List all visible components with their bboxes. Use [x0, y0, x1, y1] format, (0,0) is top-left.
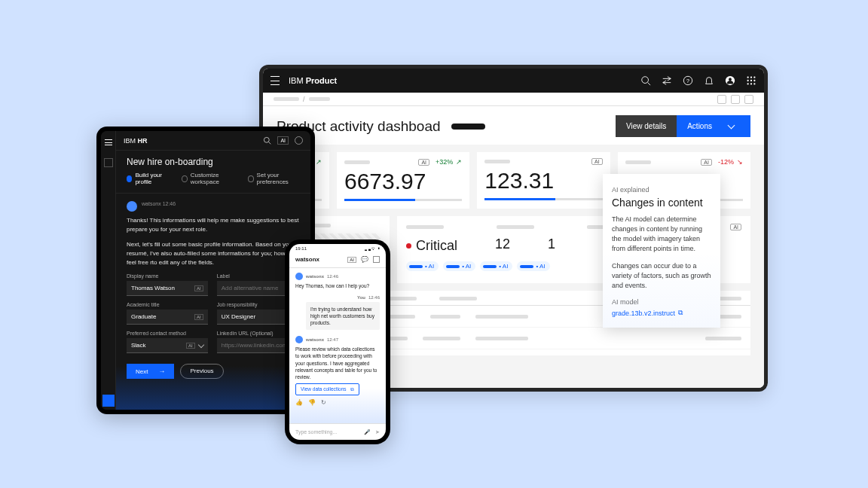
bot-meta: watsonx 12:46: [142, 201, 176, 206]
popover-eyebrow: AI explained: [612, 186, 711, 194]
actions-dropdown[interactable]: Actions: [677, 115, 750, 137]
switcher-icon[interactable]: [662, 75, 672, 86]
signal-wifi-battery-icon: ▂ ▃ ᯤ ▮: [365, 246, 380, 251]
status-dot-critical: [406, 243, 411, 249]
page-title: New hire on-boarding: [116, 151, 310, 172]
chat-icon[interactable]: 💬: [361, 256, 368, 263]
hamburger-icon[interactable]: [101, 131, 115, 154]
ai-badge: AI: [701, 159, 712, 166]
search-icon[interactable]: [263, 136, 271, 145]
view-data-collections-button[interactable]: View data collections⧉: [295, 383, 359, 395]
kpi-card[interactable]: AI 123.31: [477, 152, 610, 209]
ai-badge: AI: [730, 224, 741, 230]
svg-point-9: [747, 80, 748, 81]
svg-point-12: [747, 83, 748, 84]
external-link-icon: ⧉: [350, 386, 354, 392]
chat-pane: watsonx12:46 Hey Thomas, how can I help …: [289, 268, 386, 423]
search-icon[interactable]: [640, 75, 651, 86]
previous-button[interactable]: Previous: [180, 364, 223, 379]
ai-badge: AI: [591, 158, 603, 165]
step-customize-workspace[interactable]: Customize workspace: [182, 172, 236, 185]
user-avatar-icon[interactable]: [295, 136, 303, 145]
thumbs-up-icon[interactable]: 👍: [295, 399, 303, 406]
microphone-icon[interactable]: 🎤: [364, 429, 371, 435]
app-grid-icon[interactable]: [746, 75, 756, 86]
expand-icon[interactable]: [373, 256, 380, 263]
arrow-up-icon: ↗: [316, 158, 322, 166]
svg-point-5: [729, 78, 732, 81]
next-button[interactable]: Next: [127, 364, 174, 379]
help-icon[interactable]: ?: [683, 75, 693, 86]
brand: IBM Product: [289, 76, 337, 85]
ai-badge[interactable]: AI: [277, 136, 289, 145]
send-icon[interactable]: ➤: [375, 429, 380, 435]
user-avatar-icon[interactable]: [725, 75, 735, 86]
notification-icon[interactable]: [704, 75, 714, 86]
svg-point-11: [753, 80, 755, 81]
hamburger-icon[interactable]: [270, 76, 280, 85]
svg-line-16: [269, 142, 271, 145]
contact-method-field[interactable]: Preferred contact method SlackAI: [127, 331, 208, 353]
bot-avatar-icon: [295, 273, 303, 280]
arrow-up-icon: ↗: [456, 158, 462, 166]
tablet-header: IBM HR AI: [116, 131, 310, 151]
kpi-card[interactable]: AI+32%↗ 6673.97: [337, 152, 469, 209]
svg-line-1: [648, 83, 651, 86]
svg-point-7: [750, 76, 752, 78]
svg-text:?: ?: [686, 78, 689, 84]
arrow-down-icon: ↘: [737, 158, 743, 166]
external-link-icon: ⧉: [678, 309, 683, 317]
tool-icon[interactable]: [744, 95, 753, 104]
tool-icon[interactable]: [717, 95, 726, 104]
regenerate-icon[interactable]: ↻: [321, 399, 326, 406]
ai-badge: AI: [194, 285, 203, 291]
svg-point-10: [750, 80, 752, 81]
bot-message: watsonx12:47 Please review which data co…: [295, 336, 380, 405]
bot-message: watsonx12:46 Hey Thomas, how can I help …: [295, 273, 380, 289]
ai-chip[interactable]: • AI: [443, 261, 475, 271]
svg-point-0: [642, 77, 649, 84]
rail-icon[interactable]: [104, 158, 113, 167]
bot-avatar-icon: [127, 201, 137, 212]
rail-accent: [102, 395, 115, 407]
breadcrumb: /: [263, 93, 764, 106]
phone-frame: 19:11 ▂ ▃ ᯤ ▮ watsonx AI 💬 watsonx12:46 …: [285, 239, 390, 444]
brand: IBM HR: [124, 137, 148, 145]
ai-chip[interactable]: • AI: [406, 261, 439, 271]
tablet-frame: IBM HR AI New hire on-boarding Build you…: [96, 127, 315, 414]
chat-input[interactable]: Type something... 🎤 ➤: [289, 423, 386, 440]
svg-point-15: [264, 137, 270, 142]
popover-title: Changes in content: [612, 197, 711, 209]
popover-model-label: AI model: [612, 298, 711, 306]
popover-body: Changes can occur due to a variety of fa…: [612, 261, 711, 291]
popover-model-link[interactable]: grade.13b.v2.instruct⧉: [612, 309, 711, 317]
svg-point-8: [753, 76, 755, 78]
svg-point-13: [750, 83, 752, 84]
ai-badge: AI: [418, 159, 429, 166]
title-tag: [451, 124, 485, 130]
svg-point-6: [747, 76, 748, 78]
ai-badge: AI: [194, 314, 203, 320]
ai-badge: AI: [186, 343, 195, 349]
progress-steps: Build your profile Customize workspace S…: [116, 172, 310, 194]
ai-chip[interactable]: • AI: [480, 261, 512, 271]
ai-explained-popover: AI explained Changes in content The AI m…: [603, 174, 720, 328]
academic-title-field[interactable]: Academic title GraduateAI: [127, 302, 208, 325]
step-build-profile[interactable]: Build your profile: [127, 172, 170, 185]
view-details-button[interactable]: View details: [616, 115, 677, 137]
svg-point-14: [753, 83, 755, 84]
brand: watsonx: [295, 256, 319, 263]
thumbs-down-icon[interactable]: 👎: [308, 399, 316, 406]
ai-chip[interactable]: • AI: [517, 261, 549, 271]
side-rail: [101, 131, 116, 410]
step-set-preferences[interactable]: Set your preferences: [248, 172, 300, 185]
ai-badge[interactable]: AI: [347, 257, 356, 263]
phone-header: watsonx AI 💬: [289, 253, 386, 268]
bot-message: Thanks! This informations will help me m…: [127, 216, 300, 234]
display-name-field[interactable]: Display name Thomas WatsonAI: [127, 273, 208, 296]
chevron-down-icon: [197, 341, 203, 347]
dashboard-header: IBM Product ?: [263, 69, 764, 93]
bot-avatar-icon: [295, 336, 303, 343]
tool-icon[interactable]: [731, 95, 740, 104]
popover-body: The AI model can determine changes in co…: [612, 215, 711, 254]
